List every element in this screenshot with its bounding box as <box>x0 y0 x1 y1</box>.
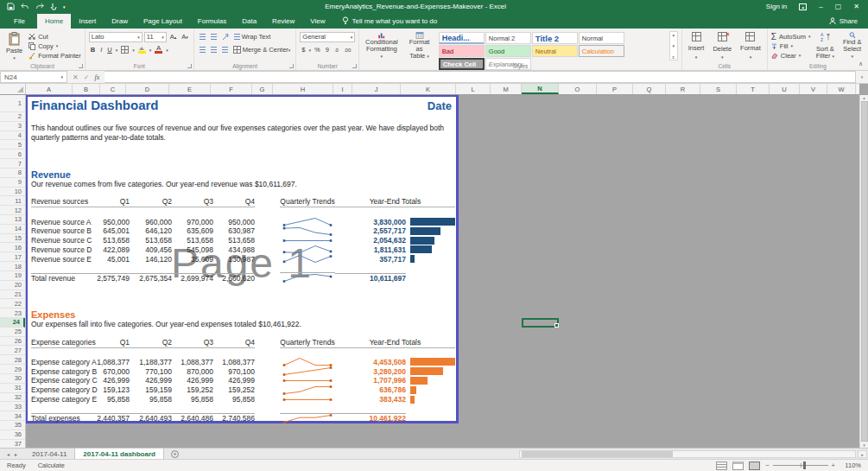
cell[interactable]: 2,054,632 <box>335 236 406 245</box>
row-header-14[interactable]: 14 <box>0 225 25 234</box>
row-header-28[interactable]: 28 <box>0 355 25 365</box>
cancel-icon[interactable]: ✕ <box>73 73 79 81</box>
align-center-button[interactable] <box>209 45 219 55</box>
row-header-37[interactable]: 37 <box>0 440 25 448</box>
sparkline[interactable] <box>280 217 335 226</box>
scroll-down-icon[interactable]: ▾ <box>863 442 865 448</box>
align-left-button[interactable] <box>198 45 207 55</box>
cell[interactable]: Year-End Totals <box>335 339 455 348</box>
sparkline[interactable] <box>280 413 335 423</box>
row-header-36[interactable]: 36 <box>0 430 25 440</box>
calculate-status[interactable]: Calculate <box>38 461 65 469</box>
touch-mode-icon[interactable] <box>50 3 57 10</box>
select-all-corner[interactable] <box>0 84 26 94</box>
column-header-G[interactable]: G <box>252 84 273 94</box>
selected-cell[interactable] <box>522 318 559 328</box>
cell[interactable]: 45,001 <box>91 255 130 264</box>
cell[interactable]: Q3 <box>172 198 213 207</box>
column-header-J[interactable]: J <box>352 84 401 94</box>
cell[interactable]: 422,089 <box>91 245 130 254</box>
cell[interactable]: 513,658 <box>172 236 213 245</box>
cell[interactable]: 636,786 <box>335 385 406 394</box>
horizontal-scrollbar[interactable] <box>519 450 856 458</box>
save-icon[interactable] <box>7 3 15 10</box>
sparkline[interactable] <box>280 272 335 283</box>
vertical-scroll-thumb[interactable] <box>861 101 868 442</box>
shrink-font-button[interactable]: A▾ <box>180 32 190 42</box>
insert-cells-button[interactable]: Insert▾ <box>686 31 707 60</box>
cell[interactable]: 2,640,493 <box>130 413 172 423</box>
cell[interactable]: 960,000 <box>130 218 172 226</box>
decrease-decimal-button[interactable]: .00 <box>342 45 352 55</box>
cell[interactable]: 2,640,486 <box>172 413 213 423</box>
cell[interactable]: 630,987 <box>213 226 255 235</box>
hscroll-right-icon[interactable]: ▸ <box>858 450 867 458</box>
data-bar[interactable] <box>410 255 457 263</box>
enter-icon[interactable]: ✓ <box>84 73 90 81</box>
number-format-select[interactable]: General▾ <box>300 32 355 42</box>
cell[interactable]: 2,675,354 <box>130 273 172 283</box>
sparkline[interactable] <box>280 395 335 404</box>
cell[interactable]: 1,088,377 <box>213 358 255 366</box>
cell[interactable]: Revenue source B <box>31 226 91 235</box>
sort-filter-button[interactable]: AZ Sort & Filter ▾ <box>814 31 836 60</box>
sparkline[interactable] <box>280 385 335 395</box>
row-header-15[interactable]: 15 <box>0 234 25 244</box>
tab-formulas[interactable]: Formulas <box>190 14 234 29</box>
cell[interactable]: 434,988 <box>213 245 255 254</box>
cell[interactable]: Quarterly Trends <box>280 198 335 207</box>
cell[interactable]: Expense category C <box>31 376 91 385</box>
find-select-button[interactable]: Find & Select ▾ <box>839 31 865 60</box>
normal-view-button[interactable] <box>716 461 727 470</box>
cell[interactable]: 970,000 <box>172 218 213 226</box>
cell[interactable]: 357,717 <box>335 255 406 264</box>
cell[interactable]: 2,575,749 <box>91 273 130 283</box>
cell[interactable]: Q2 <box>130 198 172 207</box>
sheet-tab-2017-04-11-dashboard[interactable]: 2017-04-11 dashboard <box>75 449 164 459</box>
data-bar[interactable] <box>410 396 457 404</box>
undo-icon[interactable] <box>21 3 29 10</box>
expand-formula-bar-icon[interactable]: ▾ <box>856 71 868 83</box>
row-header-21[interactable]: 21 <box>0 290 25 300</box>
cell[interactable]: Quarterly Trends <box>280 339 335 348</box>
sheet-title-cell[interactable]: Financial Dashboard <box>31 98 159 112</box>
cell[interactable]: Total expenses <box>31 413 91 423</box>
column-header-E[interactable]: E <box>169 84 211 94</box>
cell[interactable]: Q4 <box>213 198 255 207</box>
scroll-up-icon[interactable]: ▴ <box>863 95 865 100</box>
font-dialog-launcher[interactable] <box>187 64 192 68</box>
row-header-26[interactable]: 26 <box>0 337 25 347</box>
cell[interactable]: 159,159 <box>130 385 172 394</box>
paste-button[interactable]: Paste▾ <box>3 31 25 60</box>
cell[interactable]: 146,120 <box>130 255 172 264</box>
style-bad[interactable]: Bad <box>439 45 485 57</box>
data-bar[interactable] <box>410 237 457 245</box>
revenue-heading-cell[interactable]: Revenue <box>31 169 71 180</box>
row-header-29[interactable]: 29 <box>0 365 25 374</box>
column-header-P[interactable]: P <box>597 84 633 94</box>
row-header-4[interactable]: 4 <box>0 131 25 141</box>
orientation-button[interactable] <box>220 32 231 42</box>
style-normal-2[interactable]: Normal 2 <box>485 32 531 44</box>
cell[interactable]: Revenue source E <box>31 255 91 264</box>
vertical-scrollbar[interactable]: ▴ ▾ <box>859 95 868 448</box>
cell[interactable]: Total revenue <box>31 273 91 283</box>
row-header-2[interactable]: 2 <box>0 112 25 122</box>
column-header-L[interactable]: L <box>456 84 491 94</box>
zoom-slider-thumb[interactable] <box>803 461 806 469</box>
cell[interactable]: Revenue source D <box>31 245 91 254</box>
row-header-24[interactable]: 24 <box>0 318 25 328</box>
data-bar[interactable] <box>410 377 457 385</box>
ribbon-display-options-icon[interactable]: ▴ <box>799 3 807 10</box>
percent-style-button[interactable]: % <box>313 45 322 55</box>
formula-input[interactable] <box>105 71 856 83</box>
cell[interactable]: Year-End Totals <box>335 198 455 207</box>
row-header-32[interactable]: 32 <box>0 393 25 403</box>
tab-draw[interactable]: Draw <box>104 14 136 29</box>
sparkline[interactable] <box>280 366 335 376</box>
data-bar[interactable] <box>410 218 457 226</box>
borders-button[interactable] <box>119 45 130 55</box>
name-box[interactable]: N24▾ <box>0 71 67 83</box>
align-right-button[interactable] <box>220 45 230 55</box>
cell[interactable]: 95,858 <box>172 395 213 404</box>
